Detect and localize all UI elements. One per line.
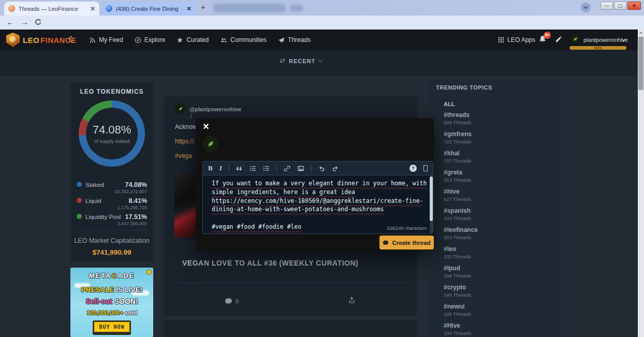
ad-line1-rest: IS LIVE!	[114, 286, 143, 294]
quote-button[interactable]	[236, 165, 243, 172]
preview-icon[interactable]	[423, 165, 428, 171]
post-title[interactable]: VEGAN LOVE TO ALL #36 (WEEKLY CURATION)	[182, 259, 358, 267]
trending-topic-tag: #leo	[444, 245, 558, 253]
post-username[interactable]: @plantpoweronhive	[189, 106, 241, 112]
undo-button[interactable]	[318, 165, 325, 172]
trending-topic[interactable]: #lpud 198 Threads	[444, 265, 558, 279]
trending-topic[interactable]: #leo 232 Threads	[444, 245, 558, 259]
ordered-list-button[interactable]	[250, 165, 256, 172]
buy-now-button[interactable]: BUY NOW	[93, 320, 131, 333]
nav-label: My Feed	[99, 36, 123, 43]
unordered-list-button[interactable]	[263, 165, 270, 172]
modal-close-icon[interactable]: ×	[203, 121, 209, 131]
market-cap-label: LEO Market Capitalization	[70, 237, 153, 244]
toolbar-separator	[276, 165, 277, 172]
ad-line1-highlight: PRESALE	[81, 286, 114, 294]
browser-tab-active[interactable]: Threads — LeoFinance ✕	[4, 2, 99, 16]
page-scrollbar[interactable]	[638, 30, 644, 337]
trending-topic-tag: #gmfrens	[444, 130, 558, 138]
trending-topic[interactable]: #Hive 134 Threads	[444, 322, 558, 336]
nav-item-communities[interactable]: Communities	[220, 36, 267, 43]
browser-tabstrip: Threads — LeoFinance ✕ (436) Create Fine…	[0, 0, 644, 16]
ad-brand-c: C	[112, 272, 118, 280]
blurred-tab[interactable]	[290, 5, 303, 11]
editor-scrollbar-thumb[interactable]	[430, 177, 433, 221]
post-link[interactable]: https://.	[175, 138, 195, 145]
divider	[172, 283, 409, 283]
create-thread-button[interactable]: Create thread	[379, 236, 434, 250]
window-maximize-button[interactable]: ▢	[614, 2, 626, 10]
new-tab-button[interactable]: +	[201, 3, 206, 11]
trending-topic-tag: #threads	[444, 111, 558, 119]
trending-topic[interactable]: #gmfrens 725 Threads	[444, 130, 558, 144]
sort-dropdown[interactable]: RECENT	[280, 58, 323, 64]
editor-text-line: dining-at-home-with-sweet-potatoes-and-m…	[212, 205, 430, 214]
comment-button[interactable]: 0	[225, 297, 239, 305]
browser-addressbar: ← → leofinance.io/threads A ☆	[0, 16, 644, 30]
tab-close-icon[interactable]: ✕	[90, 5, 95, 12]
reload-icon[interactable]	[34, 18, 42, 26]
trending-topic-tag: #newui	[444, 303, 558, 310]
trending-topic-tag: #Hive	[444, 322, 558, 329]
trending-topic[interactable]: #crypto 148 Threads	[444, 284, 558, 298]
bold-button[interactable]: B	[208, 164, 213, 172]
screen: Threads — LeoFinance ✕ (436) Create Fine…	[0, 0, 644, 337]
leo-apps-button[interactable]: LEO Apps	[498, 36, 535, 43]
trending-list: #threads 899 Threads #gmfrens 725 Thread…	[444, 111, 558, 337]
redo-button[interactable]	[332, 165, 339, 172]
trending-topic[interactable]: #newui 146 Threads	[444, 303, 558, 317]
nav-item-curated[interactable]: Curated	[177, 36, 209, 43]
help-icon[interactable]: ?	[409, 165, 417, 172]
voting-power-bar: 100%	[569, 46, 626, 50]
italic-button[interactable]: I	[219, 164, 222, 172]
trending-topic[interactable]: #khal 707 Threads	[444, 150, 558, 164]
tab-search-chevron-icon[interactable]	[581, 3, 591, 12]
tab-close-icon[interactable]: ✕	[186, 5, 192, 12]
legend-label: Staked	[85, 182, 104, 188]
image-button[interactable]	[297, 165, 304, 172]
user-avatar[interactable]	[569, 34, 580, 45]
trending-topic[interactable]: #spanish 433 Threads	[444, 207, 558, 221]
trending-topic-count: 899 Threads	[444, 120, 558, 125]
user-menu-chevron-icon[interactable]	[621, 38, 626, 42]
back-icon[interactable]: ←	[6, 18, 14, 26]
trending-topic-count: 198 Threads	[444, 273, 558, 279]
trending-topic[interactable]: #hive 627 Threads	[444, 188, 558, 202]
trending-topic-tag: #khal	[444, 150, 558, 157]
trending-topic-count: 134 Threads	[444, 330, 558, 336]
compose-pencil-icon[interactable]	[555, 35, 563, 43]
trending-topic[interactable]: #leofinance 303 Threads	[444, 226, 558, 240]
window-minimize-button[interactable]: —	[601, 2, 613, 10]
trending-topic[interactable]: #threads 899 Threads	[444, 111, 558, 125]
legend-color-dot	[77, 214, 82, 219]
page-scrollbar-thumb[interactable]	[638, 37, 643, 90]
trending-filter-all[interactable]: ALL	[444, 101, 455, 107]
legend-amount: 2,447,056.000	[77, 221, 147, 226]
trending-topic-count: 148 Threads	[444, 292, 558, 298]
ad-line2-rest: SOON!	[112, 297, 138, 305]
nav-item-threads[interactable]: Threads	[278, 36, 311, 43]
dark-mode-moon-icon[interactable]: ☾	[68, 35, 75, 44]
forward-icon[interactable]: →	[21, 18, 28, 26]
post-avatar[interactable]	[175, 104, 185, 114]
nav-item-explore[interactable]: Explore	[135, 36, 166, 43]
legend-entry: Liquid 8.41% 1,175,296.736	[77, 197, 147, 210]
post-hashtag[interactable]: #vega	[175, 152, 192, 159]
feed-controls-bar: RECENT THREAD	[0, 50, 644, 76]
nav-item-my-feed[interactable]: My Feed	[89, 36, 123, 43]
legend-amount: 1,175,296.736	[77, 205, 147, 210]
post-share-button[interactable]	[348, 296, 356, 304]
blurred-tab[interactable]	[213, 4, 286, 12]
nav-label: Curated	[186, 36, 209, 43]
ad-brand-right: ADE	[118, 272, 135, 280]
trending-title: TRENDING TOPICS	[436, 84, 492, 91]
editor-scrollbar[interactable]	[430, 175, 433, 233]
trending-topic[interactable]: #greta 653 Threads	[444, 169, 558, 183]
trending-topic-tag: #lpud	[444, 265, 558, 272]
window-close-button[interactable]: ✕	[627, 2, 641, 10]
thread-text-input[interactable]: If you want to make a very elegant dinne…	[203, 175, 430, 233]
composer-avatar	[202, 136, 218, 152]
metacade-ad: METACADE PRESALE IS LIVE! Sell-out SOON!…	[70, 268, 153, 337]
link-button[interactable]	[284, 165, 290, 172]
browser-tab-2[interactable]: (436) Create Fine Dining at Hom ✕	[101, 2, 196, 16]
